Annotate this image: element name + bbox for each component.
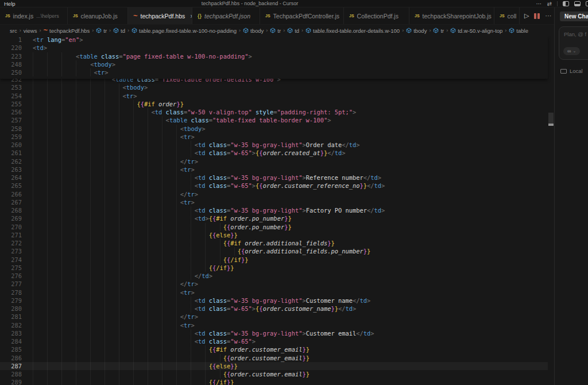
symbol-cube-icon — [96, 28, 102, 33]
breadcrumb-item-tr[interactable]: tr — [96, 28, 107, 34]
tab-index-js[interactable]: JSindex.js...\helpers — [0, 7, 68, 24]
indent-guides — [33, 165, 180, 174]
code-line-281[interactable]: 281</tr> — [0, 313, 548, 321]
code-line-content: <td class="w-35 bg-gray-light">Order dat… — [33, 141, 360, 149]
code-line-272[interactable]: 272{{#if order.additional_fields}} — [0, 239, 548, 247]
code-line-269[interactable]: 269<td>{{#if order.po_number}} — [0, 214, 548, 222]
code-line-256[interactable]: 256<td class="w-50 v-align-top" style="p… — [0, 108, 548, 116]
code-line-287[interactable]: 287{{else}} — [0, 362, 548, 370]
code-line-248[interactable]: 248<tbody> — [0, 60, 548, 68]
breadcrumb-label: tr — [440, 28, 444, 34]
code-line-262[interactable]: 262</tr> — [0, 157, 548, 165]
breadcrumb-item-td-w-50-v-align-top[interactable]: td.w-50.v-align-top — [450, 28, 502, 34]
symbol-cube-icon — [113, 28, 119, 33]
indent-guides — [33, 272, 195, 280]
code-line-1[interactable]: 1<tr lang="en"> — [0, 36, 548, 44]
local-context-badge[interactable]: Local — [560, 68, 588, 74]
code-line-271[interactable]: 271{{else}} — [0, 231, 548, 239]
breadcrumb-item-table[interactable]: table — [509, 28, 528, 34]
code-line-257[interactable]: 257<table class="table-fixed table-borde… — [0, 116, 548, 124]
code-line-285[interactable]: 285{{#if order.customer_email}} — [0, 345, 548, 353]
run-file-icon[interactable]: ▷ — [524, 12, 529, 20]
code-line-270[interactable]: 270{{order.po_number}} — [0, 223, 548, 231]
code-line-276[interactable]: 276</td> — [0, 272, 548, 280]
code-line-223[interactable]: 223<table class="page fixed-table w-100-… — [0, 52, 548, 60]
code-line-286[interactable]: 286{{order.customer_email}} — [0, 354, 548, 362]
breadcrumb-item-td[interactable]: td — [287, 28, 299, 34]
code-line-279[interactable]: 279<td class="w-35 bg-gray-light">Custom… — [0, 297, 548, 305]
tab-cleanupjob-js[interactable]: JScleanupJob.js — [68, 7, 128, 24]
more-actions-icon[interactable]: ⋯ — [536, 0, 542, 7]
js-file-icon: JS — [265, 14, 270, 18]
code-line-280[interactable]: 280<td class="w-65">{{order.customer_nam… — [0, 305, 548, 313]
code-line-258[interactable]: 258<tbody> — [0, 125, 548, 133]
code-line-content: <tr> — [33, 68, 108, 76]
symbol-cube-icon — [450, 28, 456, 33]
breadcrumb-item-table-fixed-table-order-details-w-100[interactable]: table.fixed-table.order-details.w-100 — [305, 28, 400, 34]
line-number: 248 — [0, 60, 22, 68]
toggle-panel-icon[interactable] — [574, 1, 581, 6]
tab-coll[interactable]: JScoll — [494, 7, 520, 24]
breadcrumb-item-src[interactable]: src — [10, 28, 17, 34]
code-line-289[interactable]: 289{{/if}} — [0, 378, 548, 385]
mode-selector[interactable]: ∞ ⌄ — [563, 47, 580, 55]
breadcrumb-item-tr[interactable]: tr — [433, 28, 444, 34]
code-line-283[interactable]: 283<td class="w-35 bg-gray-light">Custom… — [0, 329, 548, 337]
code-line-274[interactable]: 274{{/if}} — [0, 256, 548, 264]
code-line-220[interactable]: 220<td> — [0, 44, 548, 52]
menu-item-help[interactable]: Help — [1, 0, 18, 7]
code-line-250[interactable]: 250<tr> — [0, 68, 548, 76]
code-line-content: <td class="w-35 bg-gray-light">Customer … — [33, 329, 374, 337]
breadcrumb-item-tbody[interactable]: tbody — [406, 28, 427, 34]
tab-techpackpdf-hbs[interactable]: ~techpackPdf.hbs× — [128, 7, 192, 24]
breadcrumb-item-tbody[interactable]: tbody — [243, 28, 264, 34]
sticky-scroll: 1<tr lang="en">220<td>223<table class="p… — [0, 36, 548, 79]
split-editor-icon[interactable] — [534, 13, 540, 19]
code-line-254[interactable]: 254<tr> — [0, 92, 548, 100]
code-line-253[interactable]: 253<tbody> — [0, 83, 548, 91]
breadcrumb-item-techpackpdf-hbs[interactable]: ~techpackPdf.hbs — [43, 28, 90, 34]
code-line-267[interactable]: 267<tr> — [0, 198, 548, 206]
breadcrumb-separator: › — [91, 28, 94, 33]
tab-techpackpdf-json[interactable]: {}techpackPdf.json — [192, 7, 260, 24]
tab-techpackpdfcontroller-js[interactable]: JSTechpackPdfController.js — [260, 7, 344, 24]
indent-guides — [33, 288, 180, 297]
code-line-278[interactable]: 278<tr> — [0, 288, 548, 297]
line-number: 282 — [0, 321, 22, 329]
overview-ruler-marker — [548, 124, 554, 126]
toggle-primary-sidebar-icon[interactable] — [563, 1, 569, 6]
new-chat-button[interactable]: New Chat — [560, 11, 588, 21]
code-line-275[interactable]: 275{{/if}} — [0, 264, 548, 272]
code-line-266[interactable]: 266</tr> — [0, 190, 548, 198]
code-line-263[interactable]: 263<tr> — [0, 165, 548, 174]
breadcrumb-item-views[interactable]: views — [24, 28, 37, 34]
code-line-content: <td class="w-65">{{order.customer_refere… — [33, 182, 385, 190]
chat-input-placeholder: Plan, @ f — [564, 31, 586, 37]
code-line-260[interactable]: 260<td class="w-35 bg-gray-light">Order … — [0, 141, 548, 149]
code-line-264[interactable]: 264<td class="w-35 bg-gray-light">Refere… — [0, 174, 548, 182]
code-line-277[interactable]: 277</tr> — [0, 280, 548, 288]
chat-input[interactable]: Plan, @ f ∞ ⌄ — [559, 26, 588, 60]
code-line-255[interactable]: 255{{#if order}} — [0, 100, 548, 108]
indent-guides — [33, 92, 123, 100]
tab-collectionpdf-js[interactable]: JSCollectionPdf.js — [344, 7, 409, 24]
code-line-273[interactable]: 273{{order.additional_fields.po_number}} — [0, 247, 548, 255]
code-line-259[interactable]: 259<tr> — [0, 133, 548, 141]
editor-more-actions-icon[interactable]: ⋯ — [545, 12, 551, 20]
tab-techpacksharepointjob-js[interactable]: JStechpackSharepointJob.js — [409, 7, 494, 24]
code-line-282[interactable]: 282<tr> — [0, 321, 548, 329]
code-line-284[interactable]: 284<td class="w-65"> — [0, 337, 548, 345]
code-line-261[interactable]: 261<td class="w-65">{{order.created_at}}… — [0, 149, 548, 157]
tab-label: techpackSharepointJob.js — [423, 13, 492, 20]
code-line-288[interactable]: 288{{order.customer.email}} — [0, 370, 548, 378]
code-line-268[interactable]: 268<td class="w-35 bg-gray-light">Factor… — [0, 206, 548, 214]
breadcrumb-item-td[interactable]: td — [113, 28, 125, 34]
sync-arrows-icon[interactable]: ⇄ — [547, 0, 552, 7]
breadcrumb-item-tr[interactable]: tr — [270, 28, 281, 34]
breadcrumb-item-table-page-fixed-table-w-100-no-padding[interactable]: table.page.fixed-table.w-100-no-padding — [131, 28, 237, 34]
code-line-265[interactable]: 265<td class="w-65">{{order.customer_ref… — [0, 182, 548, 190]
toggle-secondary-sidebar-icon[interactable] — [586, 1, 588, 6]
code-editor[interactable]: 252<table class="fixed-table order-detai… — [0, 36, 554, 385]
breadcrumb-separator: › — [401, 28, 404, 33]
code-line-content: {{#if order.additional_fields}} — [33, 239, 335, 247]
